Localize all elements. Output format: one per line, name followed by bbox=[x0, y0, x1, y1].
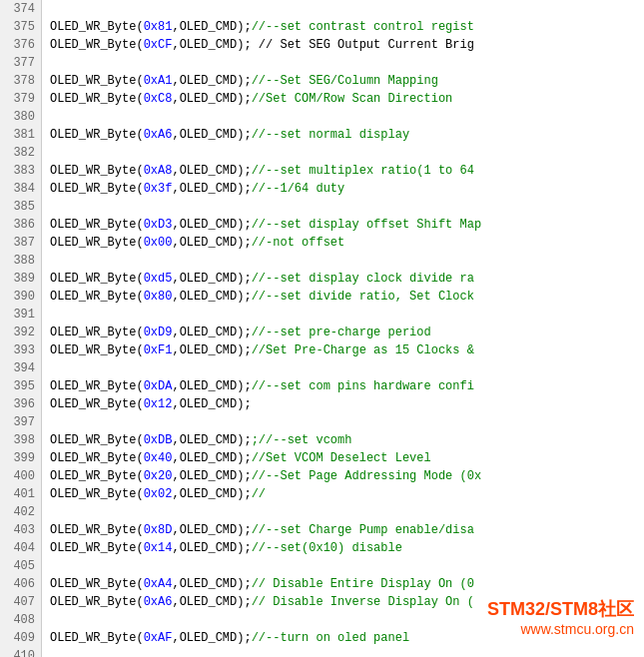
line-number: 376 bbox=[0, 36, 41, 54]
watermark-line1: STM32/STM8社区 bbox=[487, 597, 634, 621]
code-line bbox=[50, 252, 644, 270]
code-token: OLED_WR_Byte( bbox=[50, 379, 144, 393]
line-number: 398 bbox=[0, 431, 41, 449]
code-line: OLED_WR_Byte(0x00,OLED_CMD);//-not offse… bbox=[50, 234, 644, 252]
code-token: OLED_WR_Byte( bbox=[50, 128, 144, 142]
code-token: //--set display clock divide ra bbox=[252, 272, 474, 286]
code-token: ;//--set vcomh bbox=[252, 433, 352, 447]
code-token: ,OLED_CMD); bbox=[172, 128, 251, 142]
line-number: 392 bbox=[0, 324, 41, 341]
code-token: ,OLED_CMD); bbox=[172, 397, 251, 411]
line-number: 383 bbox=[0, 162, 41, 180]
code-line bbox=[50, 306, 644, 324]
code-line bbox=[50, 413, 644, 431]
code-token: 0x80 bbox=[144, 290, 173, 304]
code-token: //--turn on oled panel bbox=[252, 631, 409, 645]
code-token: ,OLED_CMD); bbox=[172, 290, 251, 304]
code-line bbox=[50, 503, 644, 521]
code-line: OLED_WR_Byte(0x02,OLED_CMD);// bbox=[50, 485, 644, 503]
code-token: 0xA6 bbox=[144, 128, 173, 142]
code-token: OLED_WR_Byte( bbox=[50, 74, 144, 88]
code-token: 0x14 bbox=[144, 541, 173, 555]
code-token: 0xA6 bbox=[144, 595, 173, 609]
code-line: OLED_WR_Byte(0x3f,OLED_CMD);//--1/64 dut… bbox=[50, 180, 644, 198]
code-token: OLED_WR_Byte( bbox=[50, 38, 144, 52]
line-number: 381 bbox=[0, 126, 41, 144]
code-token: 0x8D bbox=[144, 523, 173, 537]
code-token: 0x20 bbox=[144, 469, 173, 483]
code-line bbox=[50, 54, 644, 72]
code-token: OLED_WR_Byte( bbox=[50, 451, 144, 465]
line-number: 394 bbox=[0, 359, 41, 377]
line-number: 396 bbox=[0, 395, 41, 413]
code-token: 0xD9 bbox=[144, 326, 173, 339]
line-number: 379 bbox=[0, 90, 41, 108]
line-number: 400 bbox=[0, 467, 41, 485]
code-line: OLED_WR_Byte(0x14,OLED_CMD);//--set(0x10… bbox=[50, 539, 644, 557]
code-token: ,OLED_CMD); bbox=[172, 343, 251, 357]
code-token: OLED_WR_Byte( bbox=[50, 469, 144, 483]
code-line: OLED_WR_Byte(0xD3,OLED_CMD);//--set disp… bbox=[50, 216, 644, 234]
code-token: ,OLED_CMD); bbox=[172, 164, 251, 178]
code-line: OLED_WR_Byte(0x20,OLED_CMD);//--Set Page… bbox=[50, 467, 644, 485]
code-line bbox=[50, 144, 644, 162]
code-token: ,OLED_CMD); bbox=[172, 92, 251, 106]
line-number: 380 bbox=[0, 108, 41, 126]
line-number: 395 bbox=[0, 377, 41, 395]
code-token: 0x3f bbox=[144, 182, 173, 196]
line-number: 388 bbox=[0, 252, 41, 270]
code-token: ,OLED_CMD); bbox=[172, 20, 251, 34]
code-line: OLED_WR_Byte(0xA8,OLED_CMD);//--set mult… bbox=[50, 162, 644, 180]
line-number: 389 bbox=[0, 270, 41, 288]
code-token: 0xA1 bbox=[144, 74, 173, 88]
code-token: //--Set Page Addressing Mode (0x bbox=[252, 469, 481, 483]
code-token: //Set COM/Row Scan Direction bbox=[252, 92, 453, 106]
code-token: ,OLED_CMD); bbox=[172, 218, 251, 232]
code-line bbox=[50, 108, 644, 126]
code-token: OLED_WR_Byte( bbox=[50, 343, 144, 357]
code-line: OLED_WR_Byte(0xCF,OLED_CMD); // Set SEG … bbox=[50, 36, 644, 54]
code-line: OLED_WR_Byte(0xA1,OLED_CMD);//--Set SEG/… bbox=[50, 72, 644, 90]
code-token: //--set(0x10) disable bbox=[252, 541, 402, 555]
code-line: OLED_WR_Byte(0xA4,OLED_CMD);// Disable E… bbox=[50, 575, 644, 593]
code-token: //--set display offset Shift Map bbox=[252, 218, 481, 232]
code-content: OLED_WR_Byte(0x81,OLED_CMD);//--set cont… bbox=[42, 0, 644, 657]
code-token: OLED_WR_Byte( bbox=[50, 631, 144, 645]
code-token: ,OLED_CMD); bbox=[172, 541, 251, 555]
code-editor: 3743753763773783793803813823833843853863… bbox=[0, 0, 644, 657]
code-token: 0xA8 bbox=[144, 164, 173, 178]
code-token: //--1/64 duty bbox=[252, 182, 345, 196]
code-token: ,OLED_CMD); bbox=[172, 433, 251, 447]
code-line: OLED_WR_Byte(0xDA,OLED_CMD);//--set com … bbox=[50, 377, 644, 395]
line-number: 377 bbox=[0, 54, 41, 72]
code-token: //--set multiplex ratio(1 to 64 bbox=[252, 164, 474, 178]
code-token: //--set contrast control regist bbox=[252, 20, 474, 34]
line-number: 407 bbox=[0, 593, 41, 611]
code-token: ,OLED_CMD); // Set SEG Output Current Br… bbox=[172, 38, 473, 52]
code-token: ,OLED_CMD); bbox=[172, 451, 251, 465]
code-token: 0x12 bbox=[144, 397, 173, 411]
code-line: OLED_WR_Byte(0xD9,OLED_CMD);//--set pre-… bbox=[50, 324, 644, 341]
code-token: OLED_WR_Byte( bbox=[50, 487, 144, 501]
line-number: 385 bbox=[0, 198, 41, 216]
code-token: OLED_WR_Byte( bbox=[50, 577, 144, 591]
line-number: 399 bbox=[0, 449, 41, 467]
line-number: 405 bbox=[0, 557, 41, 575]
code-token: //--set pre-charge period bbox=[252, 326, 431, 339]
code-token: ,OLED_CMD); bbox=[172, 631, 251, 645]
code-token: // bbox=[252, 487, 266, 501]
code-token: ,OLED_CMD); bbox=[172, 272, 251, 286]
code-token: ,OLED_CMD); bbox=[172, 182, 251, 196]
code-token: OLED_WR_Byte( bbox=[50, 595, 144, 609]
line-number: 397 bbox=[0, 413, 41, 431]
code-line bbox=[50, 198, 644, 216]
code-token: ,OLED_CMD); bbox=[172, 74, 251, 88]
code-line: OLED_WR_Byte(0xDB,OLED_CMD);;//--set vco… bbox=[50, 431, 644, 449]
line-number: 387 bbox=[0, 234, 41, 252]
code-token: OLED_WR_Byte( bbox=[50, 326, 144, 339]
line-number: 409 bbox=[0, 629, 41, 647]
code-token: ,OLED_CMD); bbox=[172, 577, 251, 591]
code-line: OLED_WR_Byte(0xC8,OLED_CMD);//Set COM/Ro… bbox=[50, 90, 644, 108]
code-token: ,OLED_CMD); bbox=[172, 487, 251, 501]
line-number: 406 bbox=[0, 575, 41, 593]
